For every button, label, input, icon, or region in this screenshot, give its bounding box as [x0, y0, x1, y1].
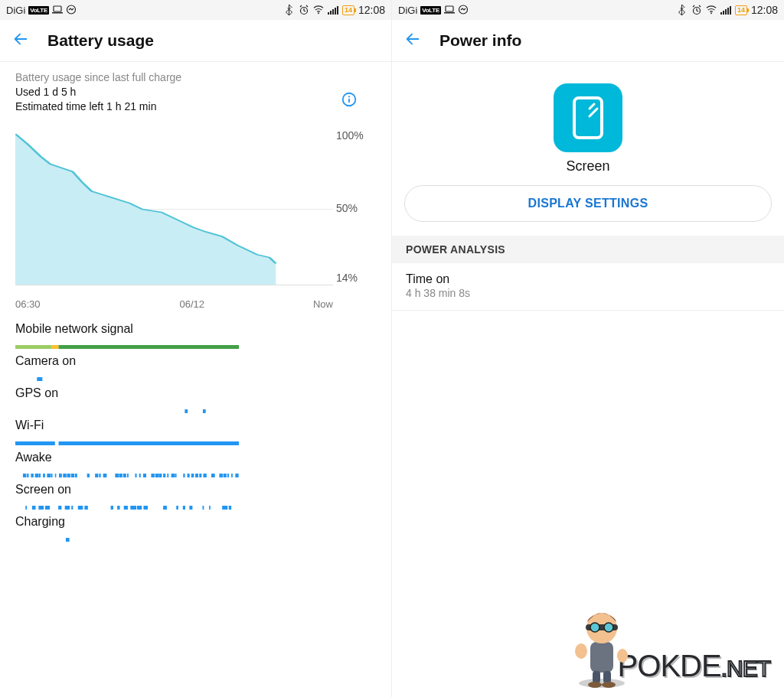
messenger-icon: [66, 5, 77, 15]
carrier-label: DiGi: [398, 5, 417, 16]
svg-rect-90: [446, 6, 453, 11]
svg-rect-67: [32, 506, 36, 510]
svg-rect-24: [31, 474, 33, 477]
svg-rect-45: [139, 474, 141, 477]
carrier-label: DiGi: [6, 5, 25, 16]
svg-point-108: [604, 623, 613, 632]
svg-rect-82: [176, 506, 178, 510]
svg-rect-52: [172, 474, 175, 477]
svg-rect-39: [103, 474, 107, 477]
svg-rect-79: [137, 506, 142, 510]
svg-point-114: [602, 682, 616, 688]
svg-rect-37: [95, 474, 98, 477]
signal-icon: [328, 5, 338, 15]
svg-rect-78: [130, 506, 136, 510]
svg-rect-15: [51, 345, 58, 349]
svg-rect-88: [229, 506, 231, 510]
svg-rect-32: [63, 474, 67, 477]
battery-indicator: 14: [735, 5, 747, 15]
svg-rect-20: [15, 441, 55, 445]
svg-rect-68: [38, 506, 44, 510]
app-header: Power info: [392, 20, 784, 62]
svg-rect-71: [65, 506, 70, 510]
svg-rect-8: [335, 8, 336, 15]
svg-point-4: [318, 12, 319, 14]
svg-rect-14: [15, 345, 51, 349]
svg-rect-54: [183, 474, 185, 477]
svg-rect-34: [71, 474, 75, 477]
row-wifi: Wi-Fi: [15, 419, 376, 438]
svg-rect-23: [27, 474, 28, 477]
svg-rect-35: [75, 474, 77, 477]
row-gps-on: GPS on: [15, 386, 376, 406]
chart-y-now: 14%: [336, 272, 358, 284]
svg-rect-16: [59, 345, 239, 349]
svg-rect-81: [163, 506, 167, 510]
svg-rect-98: [727, 8, 729, 15]
svg-rect-27: [43, 474, 45, 477]
svg-rect-99: [730, 6, 731, 15]
svg-rect-42: [123, 474, 126, 477]
chart-y-50: 50%: [336, 202, 358, 214]
svg-rect-60: [211, 474, 215, 477]
svg-rect-59: [203, 474, 206, 477]
svg-rect-25: [35, 474, 39, 477]
svg-rect-64: [231, 474, 233, 477]
svg-rect-76: [117, 506, 119, 510]
info-icon[interactable]: [341, 91, 358, 111]
svg-rect-18: [185, 409, 188, 413]
svg-rect-55: [188, 474, 190, 477]
svg-rect-85: [202, 506, 204, 510]
row-time-on[interactable]: Time on 4 h 38 min 8s: [392, 263, 784, 311]
svg-line-102: [590, 109, 597, 116]
svg-rect-29: [51, 474, 53, 477]
svg-rect-40: [115, 474, 119, 477]
svg-rect-111: [593, 671, 600, 683]
chart-x-start: 06:30: [15, 298, 41, 310]
svg-point-107: [590, 623, 599, 632]
alarm-icon: [299, 5, 309, 15]
messenger-icon: [458, 5, 469, 15]
svg-rect-0: [54, 6, 61, 11]
svg-rect-66: [25, 506, 27, 510]
screen-app-icon: [554, 83, 622, 152]
svg-rect-17: [37, 377, 42, 381]
svg-rect-87: [222, 506, 227, 510]
svg-rect-26: [39, 474, 41, 477]
svg-rect-77: [124, 506, 128, 510]
battery-indicator: 14: [342, 5, 354, 15]
estimated-remaining: Estimated time left 1 h 21 min: [15, 100, 376, 112]
svg-rect-56: [191, 474, 194, 477]
back-icon[interactable]: [12, 31, 29, 50]
back-icon[interactable]: [404, 31, 421, 50]
clock: 12:08: [751, 4, 778, 16]
alarm-icon: [691, 5, 702, 15]
svg-rect-44: [135, 474, 136, 477]
power-info-screen: DiGi VoLTE 14 12:08 Power info Screen: [392, 0, 784, 697]
battery-chart[interactable]: 100% 50% 14% 06:30 06/12 Now: [15, 134, 376, 310]
row-time-on-title: Time on: [406, 272, 770, 286]
clock: 12:08: [358, 4, 385, 16]
svg-point-113: [588, 682, 602, 688]
svg-point-109: [575, 643, 587, 659]
svg-rect-33: [67, 474, 70, 477]
svg-rect-80: [143, 506, 148, 510]
watermark: POKDE.NET: [618, 649, 770, 683]
page-title: Battery usage: [47, 31, 154, 50]
bluetooth-icon: [677, 5, 688, 15]
svg-rect-84: [189, 506, 192, 510]
section-power-analysis: POWER ANALYSIS: [392, 236, 784, 263]
row-camera-on: Camera on: [15, 354, 376, 374]
svg-rect-22: [23, 474, 26, 477]
bluetooth-icon: [284, 5, 295, 15]
row-awake: Awake: [15, 451, 376, 471]
svg-rect-86: [209, 506, 211, 510]
svg-rect-51: [167, 474, 168, 477]
svg-rect-46: [143, 474, 146, 477]
svg-line-101: [590, 104, 594, 109]
display-settings-button[interactable]: DISPLAY SETTINGS: [404, 185, 772, 222]
row-mobile-signal: Mobile network signal: [15, 322, 376, 342]
svg-rect-1: [52, 12, 63, 14]
svg-rect-47: [151, 474, 154, 477]
svg-rect-28: [47, 474, 51, 477]
